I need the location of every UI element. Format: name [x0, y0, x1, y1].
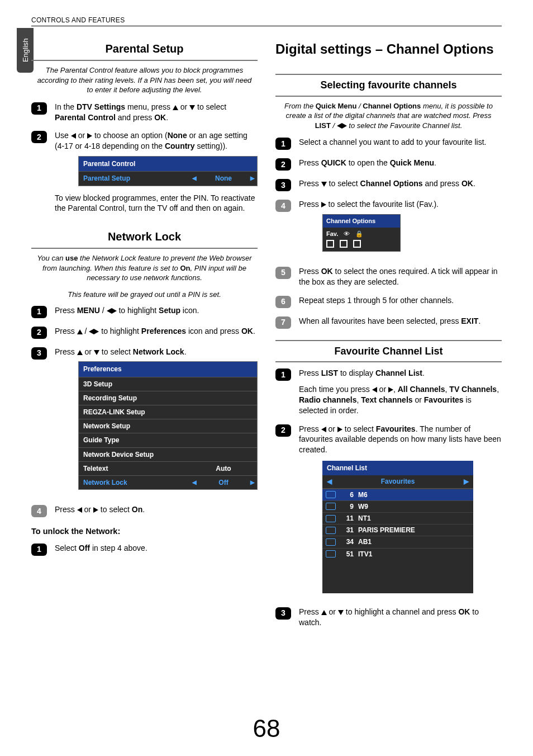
step-badge-4: 4 [31, 505, 47, 517]
arrow-left-icon: ◀ [192, 175, 197, 183]
up-icon [77, 350, 83, 355]
osd-title: Parental Control [79, 157, 257, 171]
step-badge-4: 4 [275, 200, 291, 212]
right-icon [321, 202, 326, 207]
osd-row: 3D Setup [79, 377, 257, 391]
tv-icon [326, 550, 336, 557]
up-icon [77, 329, 83, 334]
up-icon [321, 610, 327, 615]
fav-step-3: 3 Press to select Channel Options and pr… [275, 178, 502, 191]
step-badge-3: 3 [275, 179, 291, 191]
parental-step-2-body: Use or to choose an option (None or an a… [55, 130, 258, 214]
tv-icon [326, 503, 336, 510]
osd-row: Recording Setup [79, 391, 257, 405]
fav-step-7: 7 When all favourites have been selected… [275, 316, 502, 329]
step-badge-1: 1 [31, 544, 47, 556]
channel-row: 9W9 [322, 500, 473, 512]
arrow-left-icon: ◀ [192, 479, 197, 486]
right-icon [94, 329, 99, 334]
fav-step-6: 6 Repeat steps 1 through 5 for other cha… [275, 295, 502, 308]
right-icon [388, 387, 393, 393]
checkbox-icon [340, 240, 348, 248]
network-step-3: 3 Press or to select Network Lock. Prefe… [31, 347, 258, 497]
step-badge-2: 2 [31, 131, 47, 143]
osd-title: Preferences [79, 362, 257, 376]
parental-step-2: 2 Use or to choose an option (None or an… [31, 130, 258, 214]
fav-intro: From the Quick Menu / Channel Options me… [278, 101, 499, 131]
eye-icon: 👁 [344, 230, 350, 238]
step-badge-3: 3 [31, 347, 47, 360]
channel-row: 34AB1 [322, 536, 473, 547]
heading-network-lock: Network Lock [31, 221, 258, 249]
osd-row-teletext: Teletext Auto [79, 461, 257, 475]
left-icon [77, 507, 82, 513]
list-step-3: 3 Press or to highlight a channel and pr… [275, 607, 502, 628]
checkbox-icon [353, 240, 361, 248]
fav-step-4: 4 Press to select the favourite list (Fa… [275, 199, 502, 258]
channel-row: 11NT1 [322, 512, 473, 524]
fav-label: Fav. [326, 230, 338, 238]
network-step-4: 4 Press or to select On. [31, 504, 258, 517]
step-badge-5: 5 [275, 267, 291, 279]
parental-intro: The Parental Control feature allows you … [34, 65, 255, 95]
step-badge-7: 7 [275, 316, 291, 329]
list-step-1: 1 Press LIST to display Channel List. Ea… [275, 368, 502, 416]
channel-row: 51ITV1 [322, 548, 473, 560]
left-icon [89, 329, 94, 334]
osd-row-network-lock: Network Lock ◀ Off ▶ [79, 475, 257, 489]
tv-icon [326, 538, 336, 546]
left-column: Parental Setup The Parental Control feat… [31, 34, 258, 711]
network-step-2: 2 Press / to highlight Preferences icon … [31, 326, 258, 339]
parental-step-1-body: In the DTV Settings menu, press or to se… [55, 102, 258, 123]
left-icon [107, 308, 112, 314]
network-pin-note: This feature will be grayed out until a … [36, 290, 253, 300]
checkbox-icon [326, 240, 334, 248]
step-badge-1: 1 [31, 306, 47, 318]
unlock-heading: To unlock the Network: [31, 526, 258, 537]
up-icon [173, 105, 178, 110]
step-badge-2: 2 [275, 424, 291, 437]
fav-step-5: 5 Press OK to select the ones required. … [275, 266, 502, 287]
down-icon [338, 610, 344, 615]
tv-icon [326, 527, 336, 534]
heading-selecting-favourites: Selecting favourite channels [275, 74, 502, 96]
right-icon [342, 123, 347, 129]
step-badge-2: 2 [31, 327, 47, 339]
network-step-1: 1 Press MENU / to highlight Setup icon. [31, 305, 258, 318]
osd-row: Network Setup [79, 419, 257, 433]
list-step-1-note: Each time you press or , All Channels, T… [299, 384, 502, 416]
osd-preferences: Preferences 3D Setup Recording Setup REG… [78, 361, 258, 490]
tv-icon [326, 515, 336, 522]
left-icon [337, 123, 342, 129]
arrow-right-icon: ▶ [250, 175, 255, 183]
step-badge-1: 1 [31, 102, 47, 115]
tv-icon [326, 491, 336, 498]
channel-row: 6M6 [322, 489, 473, 500]
left-icon [372, 387, 377, 393]
network-intro: You can use the Network Lock feature to … [34, 253, 255, 283]
parental-step-1: 1 In the DTV Settings menu, press or to … [31, 102, 258, 123]
osd-row: REGZA-LINK Setup [79, 405, 257, 419]
osd-channel-options: Channel Options Fav. 👁 🔒 [322, 214, 401, 252]
parental-note: To view blocked programmes, enter the PI… [55, 193, 258, 214]
left-icon [71, 133, 76, 139]
heading-digital-settings: Digital settings – Channel Options [275, 34, 502, 63]
heading-parental-setup: Parental Setup [31, 34, 258, 61]
step-badge-3: 3 [275, 607, 291, 620]
arrow-right-icon: ▶ [250, 479, 255, 486]
arrow-left-icon: ◀ [327, 477, 332, 486]
right-icon [337, 427, 342, 432]
osd-row: Network Device Setup [79, 447, 257, 461]
list-step-2: 2 Press or to select Favourites. The num… [275, 424, 502, 599]
osd-parental-control: Parental Control Parental Setup ◀ None ▶ [78, 156, 258, 186]
right-column: Digital settings – Channel Options Selec… [275, 34, 502, 711]
channel-list-category: ◀ Favourites ▶ [322, 475, 473, 488]
language-label: English [20, 39, 30, 63]
fav-step-1: 1 Select a channel you want to add to yo… [275, 137, 502, 150]
page-body: Parental Setup The Parental Control feat… [31, 34, 502, 711]
osd-channel-list: Channel List ◀ Favourites ▶ 6M6 9W9 11NT… [322, 461, 473, 593]
lock-icon: 🔒 [355, 230, 363, 238]
step-badge-6: 6 [275, 296, 291, 308]
osd-row: Guide Type [79, 433, 257, 447]
step-badge-1: 1 [275, 138, 291, 150]
